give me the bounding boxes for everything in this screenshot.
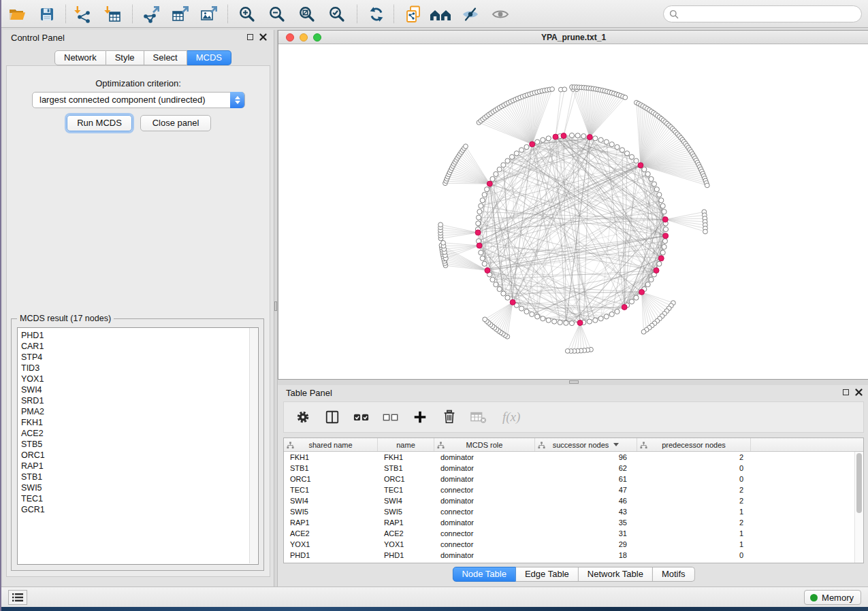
tab-network[interactable]: Network (54, 50, 106, 65)
horizontal-splitter[interactable] (278, 380, 868, 385)
column-header-predecessor-nodes[interactable]: predecessor nodes (637, 438, 751, 451)
tab-style[interactable]: Style (106, 50, 144, 65)
table-cell[interactable]: connector (434, 484, 535, 495)
table-row[interactable]: PHD1PHD1dominator180 (284, 550, 863, 561)
table-row[interactable]: SWI4SWI4dominator462 (284, 495, 863, 506)
table-cell[interactable]: PHD1 (378, 550, 434, 561)
mcds-result-item[interactable]: ACE2 (21, 428, 258, 439)
optimization-criterion-select[interactable]: largest connected component (undirected) (32, 92, 245, 108)
import-table-icon[interactable] (101, 3, 124, 24)
tab-select[interactable]: Select (144, 50, 187, 65)
table-cell[interactable]: 62 (535, 463, 637, 474)
table-cell[interactable]: RAP1 (378, 517, 434, 528)
table-cell[interactable]: 2 (637, 495, 751, 506)
table-cell[interactable]: dominator (434, 517, 535, 528)
memory-button[interactable]: Memory (804, 590, 861, 605)
table-cell[interactable]: ORC1 (284, 474, 378, 484)
table-cell[interactable]: 35 (535, 517, 637, 528)
table-cell[interactable]: PHD1 (284, 550, 378, 561)
export-table-icon[interactable] (169, 3, 192, 24)
table-cell[interactable]: YOX1 (284, 539, 378, 550)
table-cell[interactable]: 1 (637, 506, 751, 517)
task-history-button[interactable] (8, 590, 27, 605)
table-cell[interactable]: 1 (637, 539, 751, 550)
close-panel-icon[interactable] (259, 33, 267, 41)
zoom-in-icon[interactable] (236, 3, 259, 24)
table-cell[interactable]: RAP1 (284, 517, 378, 528)
zoom-selected-icon[interactable] (325, 3, 349, 24)
toggle-columns-icon[interactable] (324, 409, 340, 425)
deselect-all-checkboxes-icon[interactable] (383, 409, 399, 425)
column-header-successor-nodes[interactable]: successor nodes (535, 438, 637, 451)
table-cell[interactable]: 29 (535, 539, 637, 550)
table-cell[interactable]: 31 (535, 528, 637, 539)
table-cell[interactable]: TEC1 (378, 484, 434, 495)
column-header-shared-name[interactable]: shared name (284, 438, 378, 451)
tab-mcds[interactable]: MCDS (187, 50, 231, 65)
float-panel-icon[interactable] (247, 34, 253, 40)
refresh-network-icon[interactable] (365, 3, 388, 24)
table-cell[interactable]: SWI4 (378, 495, 434, 506)
table-cell[interactable]: TEC1 (284, 484, 378, 495)
mcds-result-item[interactable]: GCR1 (21, 504, 258, 515)
table-cell[interactable]: connector (434, 528, 535, 539)
delete-column-icon[interactable] (441, 409, 457, 425)
table-cell[interactable]: 18 (535, 550, 637, 561)
window-maximize-icon[interactable] (313, 33, 321, 42)
table-row[interactable]: YOX1YOX1connector291 (284, 539, 863, 550)
save-session-icon[interactable] (35, 3, 59, 24)
first-neighbors-icon[interactable] (429, 3, 452, 24)
table-scrollbar[interactable] (854, 452, 863, 563)
select-all-checkboxes-icon[interactable] (353, 409, 370, 425)
table-cell[interactable]: ACE2 (284, 528, 378, 539)
table-cell[interactable]: 61 (535, 474, 637, 484)
table-cell[interactable]: SWI5 (284, 506, 378, 517)
table-cell[interactable]: dominator (434, 452, 535, 463)
table-cell[interactable]: connector (434, 539, 535, 550)
window-close-icon[interactable] (286, 33, 294, 42)
table-row[interactable]: FKH1FKH1dominator962 (284, 452, 863, 463)
tab-edge-table[interactable]: Edge Table (516, 567, 579, 582)
table-cell[interactable]: dominator (434, 495, 535, 506)
splitter-grip[interactable] (274, 301, 277, 311)
table-row[interactable]: RAP1RAP1dominator352 (284, 517, 863, 528)
open-file-icon[interactable] (5, 3, 29, 24)
network-canvas[interactable] (278, 45, 868, 379)
mcds-result-item[interactable]: PMA2 (21, 406, 258, 417)
column-header-MCDS-role[interactable]: MCDS role (434, 438, 535, 451)
mcds-result-item[interactable]: SRD1 (21, 395, 258, 406)
table-cell[interactable]: 96 (535, 452, 637, 463)
hide-selected-icon[interactable] (459, 3, 482, 24)
table-row[interactable]: ORC1ORC1dominator610 (284, 474, 863, 484)
mcds-result-item[interactable]: SWI4 (21, 384, 258, 395)
table-cell[interactable]: FKH1 (378, 452, 434, 463)
search-box[interactable] (663, 5, 862, 22)
network-window-titlebar[interactable]: YPA_prune.txt_1 (278, 31, 868, 44)
table-cell[interactable]: SWI5 (378, 506, 434, 517)
table-row[interactable]: STB1STB1dominator620 (284, 463, 863, 474)
table-cell[interactable]: YOX1 (378, 539, 434, 550)
settings-gear-icon[interactable] (295, 409, 311, 425)
table-cell[interactable]: STB1 (284, 463, 378, 474)
table-cell[interactable]: dominator (434, 463, 535, 474)
table-cell[interactable]: connector (434, 506, 535, 517)
table-cell[interactable]: STB1 (378, 463, 434, 474)
scrollbar-thumb[interactable] (856, 453, 862, 513)
close-panel-icon[interactable] (855, 389, 863, 396)
mcds-result-item[interactable]: PHD1 (21, 330, 258, 341)
mcds-result-item[interactable]: FKH1 (21, 417, 258, 428)
table-cell[interactable]: 2 (637, 484, 751, 495)
table-cell[interactable]: 43 (535, 506, 637, 517)
search-input[interactable] (679, 9, 861, 19)
table-cell[interactable]: dominator (434, 474, 535, 484)
show-all-icon[interactable] (489, 3, 512, 24)
mcds-result-item[interactable]: RAP1 (21, 461, 258, 472)
splitter-grip[interactable] (569, 380, 579, 384)
window-minimize-icon[interactable] (300, 33, 308, 42)
table-cell[interactable]: FKH1 (284, 452, 378, 463)
mcds-result-item[interactable]: STB5 (21, 439, 258, 450)
table-cell[interactable]: 0 (637, 474, 751, 484)
duplicate-network-icon[interactable] (402, 3, 425, 24)
table-cell[interactable]: 1 (637, 528, 751, 539)
zoom-out-icon[interactable] (266, 3, 289, 24)
